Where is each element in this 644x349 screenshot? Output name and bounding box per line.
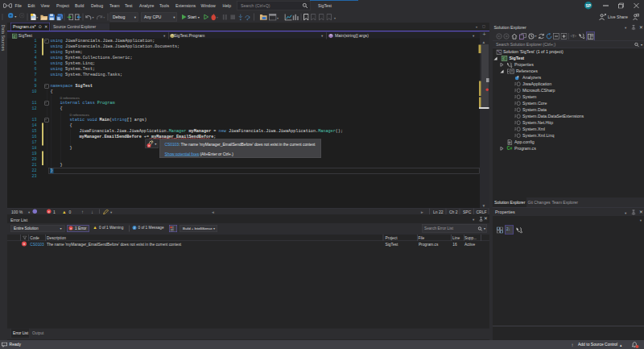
svg-text:c: c — [13, 33, 15, 38]
svg-text:c: c — [502, 56, 505, 60]
